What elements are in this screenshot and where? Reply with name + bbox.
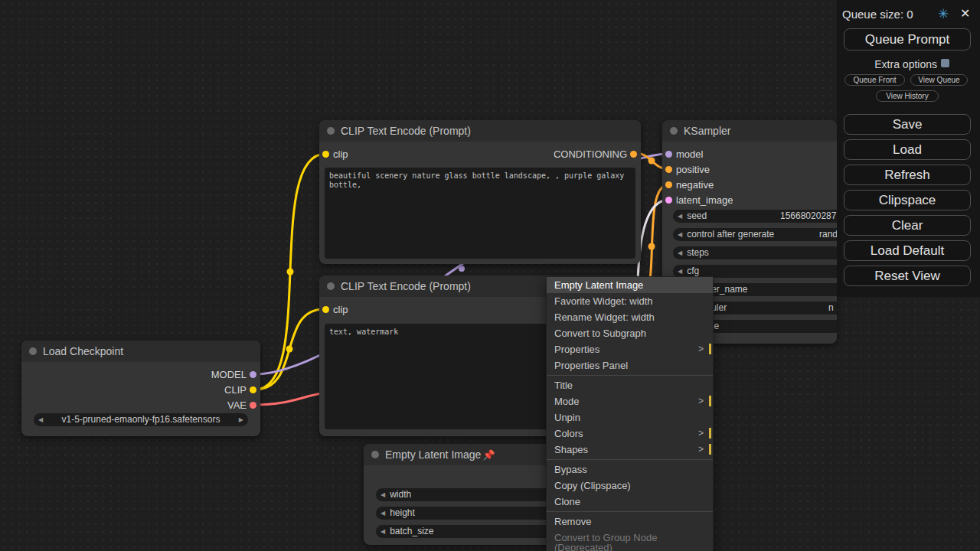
submenu-indicator-bar (709, 396, 711, 406)
menu-item-properties-panel[interactable]: Properties Panel (547, 357, 713, 373)
view-history-button[interactable]: View History (876, 90, 939, 102)
ckpt-name-combo[interactable]: ◀ v1-5-pruned-emaonly-fp16.safetensors ▶ (34, 413, 248, 426)
menu-item-label: Convert to Subgraph (554, 328, 646, 339)
input-dot-positive[interactable] (665, 166, 672, 173)
input-label-latent-image: latent_image (676, 195, 733, 205)
output-dot-conditioning[interactable] (630, 151, 637, 158)
node-load-checkpoint[interactable]: Load Checkpoint MODEL CLIP VAE ◀ v1-5-pr… (21, 341, 260, 436)
menu-item-label: Unpin (554, 412, 580, 423)
load-default-button[interactable]: Load Default (844, 240, 971, 261)
settings-gear-icon[interactable]: ✳ (938, 6, 949, 22)
menu-item-convert-to-subgraph[interactable]: Convert to Subgraph (547, 325, 713, 341)
input-dot-model[interactable] (665, 151, 672, 158)
node-status-dot-icon (29, 347, 37, 355)
input-dot-latent-image[interactable] (665, 197, 672, 204)
node-title-bar[interactable]: Load Checkpoint (21, 341, 260, 362)
decrement-arrow-icon[interactable]: ◀ (376, 488, 390, 501)
output-label-model: MODEL (211, 370, 247, 380)
comfy-menu-panel: Queue size: 0 ✳ ✕ Queue Prompt Extra opt… (837, 0, 980, 297)
menu-item-properties[interactable]: Properties > (547, 341, 713, 357)
context-menu-title: Empty Latent Image (547, 277, 713, 293)
widget-name: control after generate (687, 228, 774, 241)
seed-widget[interactable]: ◀ seed 15668020287 (673, 210, 837, 223)
input-label-positive: positive (676, 165, 710, 174)
control-after-generate-widget[interactable]: ◀ control after generate rand (673, 228, 837, 241)
submenu-indicator-bar (709, 344, 711, 354)
widget-value: n (828, 302, 834, 315)
node-context-menu: Empty Latent Image Favorite Widget: widt… (546, 276, 714, 551)
menu-item-convert-group-node: Convert to Group Node (Deprecated) (547, 530, 713, 551)
menu-item-colors[interactable]: Colors > (547, 425, 713, 442)
ckpt-name-value: v1-5-pruned-emaonly-fp16.safetensors (47, 413, 234, 426)
menu-item-remove[interactable]: Remove (547, 514, 713, 530)
menu-item-label: Bypass (554, 464, 587, 475)
menu-item-label: Properties Panel (554, 360, 628, 371)
view-queue-button[interactable]: View Queue (910, 74, 968, 86)
menu-item-label: Title (554, 380, 573, 391)
menu-title-label: Empty Latent Image (554, 279, 643, 291)
input-label-clip: clip (333, 305, 348, 315)
extra-options-checkbox[interactable] (941, 59, 949, 67)
output-dot-clip[interactable] (250, 386, 256, 393)
output-dot-vae[interactable] (250, 402, 256, 409)
menu-item-bypass[interactable]: Bypass (547, 461, 713, 478)
menu-item-label: Colors (554, 428, 583, 439)
submenu-arrow-icon: > (698, 429, 704, 439)
node-title-bar[interactable]: CLIP Text Encode (Prompt) (319, 120, 641, 142)
menu-item-label: Remove (554, 516, 591, 527)
menu-item-copy-clipspace[interactable]: Copy (Clipspace) (547, 478, 713, 494)
menu-item-mode[interactable]: Mode > (547, 393, 713, 409)
output-label-clip: CLIP (224, 385, 247, 395)
link-midpoint-dot (648, 158, 655, 165)
input-dot-clip[interactable] (322, 151, 329, 158)
clipspace-button[interactable]: Clipspace (844, 190, 971, 210)
decrement-arrow-icon[interactable]: ◀ (376, 507, 390, 520)
decrement-arrow-icon[interactable]: ◀ (673, 210, 687, 223)
save-button[interactable]: Save (844, 114, 971, 135)
comfyui-canvas[interactable]: Load Checkpoint MODEL CLIP VAE ◀ v1-5-pr… (0, 0, 980, 551)
menu-item-shapes[interactable]: Shapes > (547, 442, 713, 458)
extra-options-label: Extra options (844, 58, 937, 70)
menu-item-favorite-widget[interactable]: Favorite Widget: width (547, 293, 713, 309)
output-dot-model[interactable] (250, 371, 256, 378)
decrement-arrow-icon[interactable]: ◀ (673, 246, 687, 259)
input-dot-clip[interactable] (322, 306, 329, 313)
menu-item-label: Rename Widget: width (554, 311, 655, 323)
widget-value: 15668020287 (780, 210, 836, 223)
node-clip-text-encode-positive[interactable]: CLIP Text Encode (Prompt) clip CONDITION… (319, 120, 641, 264)
input-label-clip: clip (333, 149, 348, 159)
menu-item-label: Mode (554, 396, 580, 407)
steps-widget[interactable]: ◀ steps (673, 246, 837, 259)
submenu-arrow-icon: > (698, 344, 704, 354)
node-title: Empty Latent Image (385, 448, 481, 461)
prompt-textarea[interactable]: beautiful scenery nature glass bottle la… (325, 168, 635, 259)
prev-arrow-icon[interactable]: ◀ (673, 228, 687, 241)
menu-item-unpin[interactable]: Unpin (547, 409, 713, 425)
clear-button[interactable]: Clear (844, 215, 971, 236)
menu-separator (547, 375, 713, 376)
reset-view-button[interactable]: Reset View (844, 266, 971, 286)
widget-name: steps (687, 246, 709, 259)
menu-item-title[interactable]: Title (547, 377, 713, 393)
node-title-bar[interactable]: KSampler (662, 120, 837, 142)
load-button[interactable]: Load (844, 139, 971, 160)
menu-item-label: Shapes (554, 444, 588, 455)
decrement-arrow-icon[interactable]: ◀ (376, 525, 390, 538)
widget-name: seed (687, 210, 707, 223)
widget-name: width (390, 488, 411, 501)
menu-item-rename-widget[interactable]: Rename Widget: width (547, 309, 713, 325)
menu-item-label: Properties (554, 344, 599, 355)
next-arrow-icon[interactable]: ▶ (234, 413, 248, 426)
widget-value: rand (819, 228, 837, 241)
refresh-button[interactable]: Refresh (844, 165, 971, 185)
queue-prompt-button[interactable]: Queue Prompt (844, 28, 971, 51)
widget-name: batch_size (390, 525, 433, 538)
prev-arrow-icon[interactable]: ◀ (34, 413, 47, 426)
close-icon[interactable]: ✕ (960, 6, 970, 21)
queue-front-button[interactable]: Queue Front (844, 74, 905, 86)
node-status-dot-icon (371, 451, 379, 458)
input-dot-negative[interactable] (665, 181, 672, 188)
node-title: Load Checkpoint (43, 345, 123, 357)
widget-name: height (390, 507, 415, 520)
menu-item-clone[interactable]: Clone (547, 494, 713, 510)
